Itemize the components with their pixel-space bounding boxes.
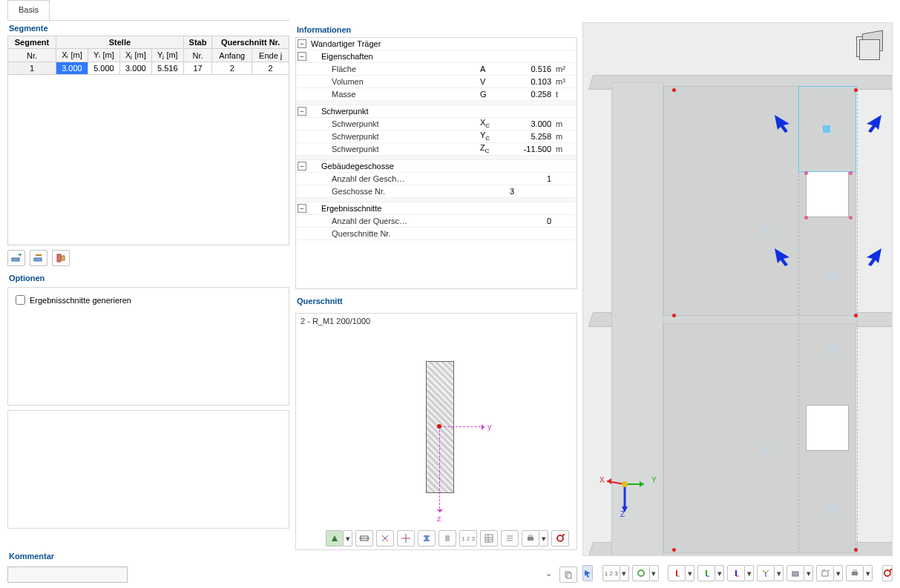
view-dd-print[interactable]: ▾ bbox=[864, 565, 873, 581]
node-dot bbox=[854, 548, 858, 552]
qs-btn-axes[interactable] bbox=[376, 530, 394, 546]
qs-btn-print[interactable] bbox=[522, 530, 539, 546]
svg-rect-14 bbox=[485, 535, 493, 542]
tree-eigenschaften[interactable]: − Eigenschaften bbox=[296, 50, 577, 63]
view-btn-reset[interactable] bbox=[882, 565, 893, 581]
view-btn-select[interactable] bbox=[582, 565, 593, 581]
svg-rect-52 bbox=[853, 569, 857, 572]
node-dot bbox=[804, 171, 808, 175]
view-dd-persp[interactable]: ▾ bbox=[650, 565, 659, 581]
qs-btn-list[interactable] bbox=[501, 530, 519, 546]
view-btn-perspective[interactable] bbox=[632, 565, 650, 581]
view-dd-render[interactable]: ▾ bbox=[804, 565, 813, 581]
view-btn-view-y[interactable] bbox=[697, 565, 715, 581]
opening-lower bbox=[806, 405, 849, 451]
kommentar-copy-button[interactable] bbox=[559, 566, 577, 583]
ergebnisschnitte-checkbox[interactable] bbox=[16, 295, 25, 305]
qs-btn-solid[interactable] bbox=[438, 530, 456, 546]
tree-schwerpunkt[interactable]: − Schwerpunkt bbox=[296, 105, 577, 118]
cell-stab[interactable]: 17 bbox=[183, 62, 211, 75]
informationen-title: Informationen bbox=[295, 22, 577, 37]
qs-btn-values[interactable]: 1 2 3 bbox=[459, 530, 477, 546]
table-row[interactable]: 1 3.000 5.000 3.000 5.516 17 2 2 bbox=[8, 62, 289, 75]
ergebnisschnitte-label: Ergebnisschnitte generieren bbox=[30, 296, 131, 305]
node-dot bbox=[849, 171, 853, 175]
view-btn-view-x[interactable] bbox=[668, 565, 686, 581]
hdr-xj: Xⱼ [m] bbox=[119, 49, 151, 62]
node-dot bbox=[849, 216, 853, 219]
kommentar-input[interactable] bbox=[7, 566, 128, 583]
svg-line-54 bbox=[890, 569, 892, 571]
add-segment-button[interactable]: + bbox=[7, 250, 25, 266]
querschnitt-canvas[interactable]: y z bbox=[296, 331, 577, 529]
segmente-empty-area bbox=[7, 75, 289, 245]
view-dd-numbering[interactable]: ▾ bbox=[620, 565, 629, 581]
cell-ende[interactable]: 2 bbox=[252, 62, 289, 75]
view-dd-wire[interactable]: ▾ bbox=[834, 565, 843, 581]
qs-btn-1[interactable] bbox=[326, 530, 344, 546]
svg-line-44 bbox=[763, 570, 766, 573]
segmente-table[interactable]: Segment Stelle Stab Querschnitt Nr. Nr. … bbox=[7, 36, 289, 75]
tree-ergebnisschnitte[interactable]: − Ergebnisschnitte bbox=[296, 202, 577, 215]
hdr-yi: Yᵢ [m] bbox=[88, 49, 119, 62]
view-btn-render[interactable] bbox=[786, 565, 804, 581]
hdr-nr: Nr. bbox=[8, 49, 56, 62]
view-btn-view-z[interactable] bbox=[727, 565, 745, 581]
cell-nr[interactable]: 1 bbox=[8, 62, 56, 75]
x-mark: ✕ bbox=[761, 223, 772, 240]
model-view-3d[interactable]: ✕ ✕ ✕ ✕ ✕ bbox=[582, 22, 893, 556]
ergebnisschnitte-checkbox-row[interactable]: Ergebnisschnitte generieren bbox=[13, 292, 284, 308]
cell-yj[interactable]: 5.516 bbox=[151, 62, 183, 75]
tab-basis[interactable]: Basis bbox=[7, 0, 50, 20]
cell-xj[interactable]: 3.000 bbox=[119, 62, 151, 75]
svg-line-50 bbox=[828, 569, 830, 571]
delete-segment-button[interactable] bbox=[52, 250, 70, 266]
view-dd-z[interactable]: ▾ bbox=[745, 565, 754, 581]
x-mark: ✕ bbox=[761, 442, 772, 458]
node-dot bbox=[804, 216, 808, 219]
toggle-icon[interactable]: − bbox=[298, 162, 306, 171]
cell-anfang[interactable]: 2 bbox=[212, 62, 252, 75]
qs-dd-print[interactable]: ▾ bbox=[539, 530, 548, 546]
toggle-icon[interactable]: − bbox=[298, 204, 306, 213]
view-btn-wire[interactable] bbox=[816, 565, 834, 581]
x-mark: ✕ bbox=[827, 342, 838, 358]
tree-anz-gesch: Anzahl der Gesch… 1 bbox=[296, 173, 577, 185]
view-dd-x[interactable]: ▾ bbox=[686, 565, 694, 581]
triad-y: Y bbox=[651, 476, 657, 484]
cell-xi[interactable]: 3.000 bbox=[56, 62, 88, 75]
arrow-icon bbox=[862, 112, 884, 134]
toggle-icon[interactable]: − bbox=[298, 39, 306, 48]
view-btn-iso[interactable] bbox=[757, 565, 775, 581]
qs-dd-1[interactable]: ▾ bbox=[344, 530, 352, 546]
arrow-icon bbox=[772, 245, 794, 268]
optionen-title: Optionen bbox=[7, 271, 289, 285]
svg-marker-28 bbox=[867, 248, 881, 266]
segmente-toolbar: + bbox=[7, 245, 289, 271]
view-dd-y[interactable]: ▾ bbox=[715, 565, 724, 581]
nav-cube[interactable] bbox=[852, 29, 886, 63]
arrow-icon bbox=[862, 245, 884, 268]
svg-rect-51 bbox=[852, 572, 858, 575]
view-btn-print[interactable] bbox=[846, 565, 864, 581]
edit-segment-button[interactable] bbox=[30, 250, 47, 266]
qs-btn-principal[interactable] bbox=[397, 530, 415, 546]
svg-rect-22 bbox=[528, 535, 533, 537]
tree-geschosse[interactable]: − Gebäudegeschosse bbox=[296, 160, 577, 173]
qs-btn-dimensions[interactable] bbox=[355, 530, 373, 546]
tree-wandartiger-traeger[interactable]: − Wandartiger Träger bbox=[296, 38, 577, 50]
svg-marker-25 bbox=[775, 115, 789, 133]
qs-btn-ibeam[interactable] bbox=[418, 530, 436, 546]
svg-rect-56 bbox=[567, 573, 571, 578]
view-dd-iso[interactable]: ▾ bbox=[775, 565, 784, 581]
selection-handle[interactable] bbox=[823, 125, 830, 133]
qs-btn-table[interactable] bbox=[480, 530, 498, 546]
svg-rect-5 bbox=[62, 256, 65, 260]
qs-btn-reset[interactable] bbox=[551, 530, 569, 546]
toggle-icon[interactable]: − bbox=[298, 52, 306, 61]
cell-yi[interactable]: 5.000 bbox=[88, 62, 119, 75]
view-btn-numbering[interactable]: 1 2 3 bbox=[602, 565, 620, 581]
kommentar-title: Kommentar bbox=[7, 549, 577, 564]
toggle-icon[interactable]: − bbox=[298, 107, 306, 116]
informationen-tree[interactable]: − Wandartiger Träger − Eigenschaften Flä… bbox=[295, 37, 577, 289]
